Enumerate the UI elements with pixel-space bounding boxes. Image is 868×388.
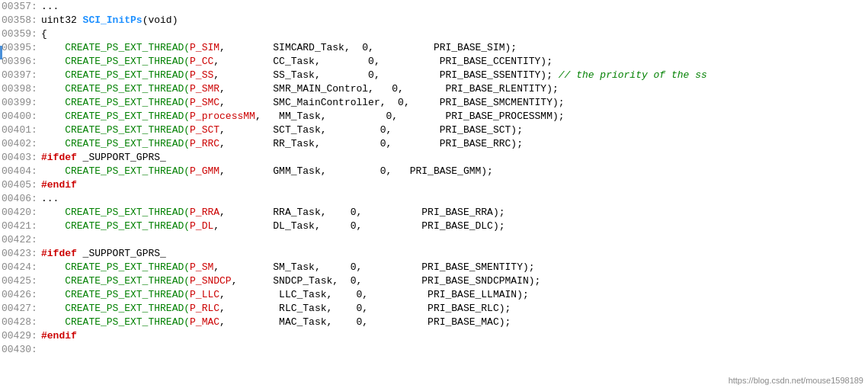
line-num: 00401:	[2, 123, 41, 137]
line-00359: 00359: {	[0, 27, 868, 41]
line-num: 00423:	[2, 247, 41, 261]
left-bar	[0, 46, 2, 59]
line-00405: 00405: #endif	[0, 178, 868, 192]
line-00429: 00429: #endif	[0, 329, 868, 343]
line-num: 00398:	[2, 82, 41, 96]
line-num: 00425:	[2, 274, 41, 288]
line-00401: 00401: CREATE_PS_EXT_THREAD(P_SCT, SCT_T…	[0, 123, 868, 137]
line-00400: 00400: CREATE_PS_EXT_THREAD(P_processMM,…	[0, 110, 868, 123]
watermark: https://blog.csdn.net/mouse1598189	[729, 376, 863, 385]
line-00358: 00358: uint32 SCI_InitPs(void)	[0, 14, 868, 27]
line-num: 00395:	[2, 41, 41, 55]
line-num: 00358:	[2, 14, 41, 27]
line-num: 00357:	[2, 0, 41, 14]
line-num: 00359:	[2, 27, 41, 41]
line-num: 00430:	[2, 343, 41, 357]
line-00427: 00427: CREATE_PS_EXT_THREAD(P_RLC, RLC_T…	[0, 302, 868, 316]
line-00424: 00424: CREATE_PS_EXT_THREAD(P_SM, SM_Tas…	[0, 261, 868, 274]
line-00395: 00395: CREATE_PS_EXT_THREAD(P_SIM, SIMCA…	[0, 41, 868, 55]
line-num: 00422:	[2, 233, 41, 247]
line-num: 00402:	[2, 137, 41, 151]
line-00406: 00406: ...	[0, 192, 868, 206]
line-num: 00396:	[2, 55, 41, 69]
line-00428: 00428: CREATE_PS_EXT_THREAD(P_MAC, MAC_T…	[0, 316, 868, 329]
line-00397: 00397: CREATE_PS_EXT_THREAD(P_SS, SS_Tas…	[0, 69, 868, 82]
line-00430: 00430:	[0, 343, 868, 357]
line-00421: 00421: CREATE_PS_EXT_THREAD(P_DL, DL_Tas…	[0, 220, 868, 233]
line-00396: 00396: CREATE_PS_EXT_THREAD(P_CC, CC_Tas…	[0, 55, 868, 69]
line-num: 00427:	[2, 302, 41, 316]
line-num: 00421:	[2, 220, 41, 233]
line-num: 00403:	[2, 151, 41, 165]
line-num: 00397:	[2, 69, 41, 82]
line-num: 00428:	[2, 316, 41, 329]
line-num: 00420:	[2, 206, 41, 220]
line-num: 00426:	[2, 288, 41, 302]
line-00423: 00423: #ifdef _SUPPORT_GPRS_	[0, 247, 868, 261]
line-num: 00404:	[2, 165, 41, 178]
line-num: 00405:	[2, 178, 41, 192]
line-00422: 00422:	[0, 233, 868, 247]
line-num: 00400:	[2, 110, 41, 123]
line-00404: 00404: CREATE_PS_EXT_THREAD(P_GMM, GMM_T…	[0, 165, 868, 178]
code-viewer: 00357: ... 00358: uint32 SCI_InitPs(void…	[0, 0, 868, 388]
line-00398: 00398: CREATE_PS_EXT_THREAD(P_SMR, SMR_M…	[0, 82, 868, 96]
line-00357: 00357: ...	[0, 0, 868, 14]
line-00403: 00403: #ifdef _SUPPORT_GPRS_	[0, 151, 868, 165]
line-00399: 00399: CREATE_PS_EXT_THREAD(P_SMC, SMC_M…	[0, 96, 868, 110]
line-00420: 00420: CREATE_PS_EXT_THREAD(P_RRA, RRA_T…	[0, 206, 868, 220]
line-00426: 00426: CREATE_PS_EXT_THREAD(P_LLC, LLC_T…	[0, 288, 868, 302]
line-num: 00424:	[2, 261, 41, 274]
line-num: 00399:	[2, 96, 41, 110]
line-00425: 00425: CREATE_PS_EXT_THREAD(P_SNDCP, SND…	[0, 274, 868, 288]
line-num: 00406:	[2, 192, 41, 206]
line-00402: 00402: CREATE_PS_EXT_THREAD(P_RRC, RR_Ta…	[0, 137, 868, 151]
line-num: 00429:	[2, 329, 41, 343]
